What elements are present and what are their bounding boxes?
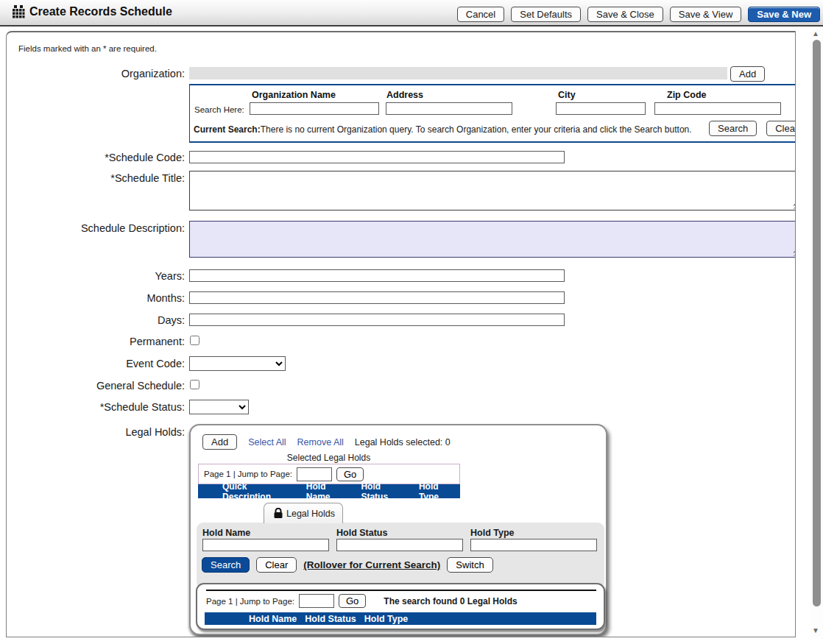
current-search-label: Current Search: <box>194 124 261 135</box>
schedule-description-textarea[interactable] <box>189 221 796 258</box>
hold-name-input[interactable] <box>202 539 329 551</box>
page-title: Create Records Schedule <box>29 5 172 18</box>
holds-search-button[interactable]: Search <box>202 557 250 573</box>
remove-all-link[interactable]: Remove All <box>297 437 344 447</box>
sel-hold-name-header: Hold Name <box>306 481 352 502</box>
zipcode-search-input[interactable] <box>654 102 781 115</box>
legal-holds-selected-count: Legal Holds selected: 0 <box>355 437 451 447</box>
address-search-input[interactable] <box>386 102 512 115</box>
organization-add-button[interactable]: Add <box>730 66 765 82</box>
legal-holds-tab-label: Legal Holds <box>286 509 335 519</box>
save-close-button[interactable]: Save & Close <box>587 7 663 22</box>
sel-hold-status-header: Hold Status <box>361 481 409 502</box>
days-input[interactable] <box>189 314 565 326</box>
save-new-button[interactable]: Save & New <box>748 7 820 22</box>
res-hold-status-header: Hold Status <box>305 614 356 624</box>
results-go-button[interactable]: Go <box>339 594 366 608</box>
schedule-code-label: *Schedule Code: <box>7 152 185 163</box>
form-content: Fields marked with an * are required. Or… <box>6 31 796 637</box>
hold-status-label: Hold Status <box>336 528 387 538</box>
months-label: Months: <box>7 292 185 304</box>
lock-icon <box>273 508 283 519</box>
selected-holds-header-row: Quick Description Hold Name Hold Status … <box>198 484 460 498</box>
legal-holds-results-box: Page 1 | Jump to Page: Go The search fou… <box>196 583 605 630</box>
hold-status-input[interactable] <box>336 539 463 551</box>
hold-type-input[interactable] <box>470 539 597 551</box>
results-count-text: The search found 0 Legal Holds <box>384 596 517 606</box>
selected-jump-page-input[interactable] <box>297 467 332 481</box>
select-all-link[interactable]: Select All <box>248 437 286 447</box>
holds-switch-button[interactable]: Switch <box>447 557 492 573</box>
search-here-label: Search Here: <box>194 105 244 114</box>
hold-name-label: Hold Name <box>202 528 250 538</box>
months-input[interactable] <box>189 291 565 304</box>
required-note: Fields marked with an * are required. <box>18 44 157 53</box>
city-search-input[interactable] <box>556 102 646 115</box>
save-view-button[interactable]: Save & View <box>670 7 741 22</box>
scrollbar-thumb[interactable] <box>813 40 821 606</box>
org-name-column-header: Organization Name <box>252 90 336 100</box>
quick-description-header: Quick Description <box>222 481 297 502</box>
res-hold-name-header: Hold Name <box>249 614 297 624</box>
organization-label: Organization: <box>7 68 185 79</box>
event-code-select[interactable] <box>189 356 286 371</box>
schedule-title-resize-handle[interactable] <box>794 203 796 210</box>
legal-holds-search-panel: Hold Name Hold Status Hold Type Search C… <box>197 523 604 589</box>
scroll-down-arrow[interactable]: ▼ <box>812 626 819 634</box>
organization-clear-button[interactable]: Clear <box>766 121 796 136</box>
selected-go-button[interactable]: Go <box>336 467 364 481</box>
results-jump-page-input[interactable] <box>299 594 334 608</box>
permanent-checkbox[interactable] <box>190 336 199 345</box>
schedule-status-select[interactable] <box>189 400 249 414</box>
organization-search-box: Organization Name Address City Zip Code … <box>189 84 796 143</box>
res-hold-type-header: Hold Type <box>364 614 409 624</box>
organization-search-button[interactable]: Search <box>709 121 757 136</box>
organization-value-field <box>189 67 727 79</box>
hold-type-label: Hold Type <box>470 528 515 538</box>
calendar-grid-icon <box>12 5 25 18</box>
legal-holds-add-button[interactable]: Add <box>202 434 237 450</box>
cancel-button[interactable]: Cancel <box>457 7 504 22</box>
results-pager-text: Page 1 | Jump to Page: <box>206 597 294 606</box>
days-label: Days: <box>7 314 185 326</box>
schedule-title-textarea[interactable] <box>189 171 796 210</box>
legal-holds-tab[interactable]: Legal Holds <box>264 503 343 523</box>
general-schedule-checkbox[interactable] <box>190 380 199 389</box>
legal-holds-label: Legal Holds: <box>7 426 185 438</box>
schedule-description-label: Schedule Description: <box>7 222 185 234</box>
vertical-scrollbar[interactable]: ▲ ▼ <box>810 29 823 639</box>
selected-legal-holds-title: Selected Legal Holds <box>191 453 467 463</box>
years-label: Years: <box>7 270 185 282</box>
years-input[interactable] <box>189 269 565 282</box>
event-code-label: Event Code: <box>7 358 185 369</box>
results-header-row: Hold Name Hold Status Hold Type <box>205 612 596 625</box>
scroll-up-arrow[interactable]: ▲ <box>812 29 819 38</box>
city-column-header: City <box>558 90 576 100</box>
legal-holds-widget: Add Select All Remove All Legal Holds se… <box>189 424 607 635</box>
org-name-search-input[interactable] <box>250 102 379 115</box>
set-defaults-button[interactable]: Set Defaults <box>511 7 581 22</box>
schedule-status-label: *Schedule Status: <box>7 401 185 413</box>
address-column-header: Address <box>386 90 423 100</box>
current-search-text: There is no current Organization query. … <box>261 124 692 135</box>
zipcode-column-header: Zip Code <box>667 90 706 100</box>
schedule-title-label: *Schedule Title: <box>7 172 185 184</box>
results-divider <box>206 590 596 591</box>
schedule-description-resize-handle[interactable] <box>794 250 796 257</box>
selected-pager-text: Page 1 | Jump to Page: <box>204 470 292 478</box>
holds-clear-button[interactable]: Clear <box>256 557 297 573</box>
general-schedule-label: General Schedule: <box>7 380 185 392</box>
permanent-label: Permanent: <box>7 336 185 347</box>
sel-hold-type-header: Hold Type <box>419 481 460 502</box>
create-records-schedule-page: Create Records Schedule Cancel Set Defau… <box>0 0 823 644</box>
schedule-code-input[interactable] <box>189 151 565 163</box>
title-bar: Create Records Schedule Cancel Set Defau… <box>0 0 823 26</box>
rollover-current-search-link[interactable]: (Rollover for Current Search) <box>303 559 440 570</box>
